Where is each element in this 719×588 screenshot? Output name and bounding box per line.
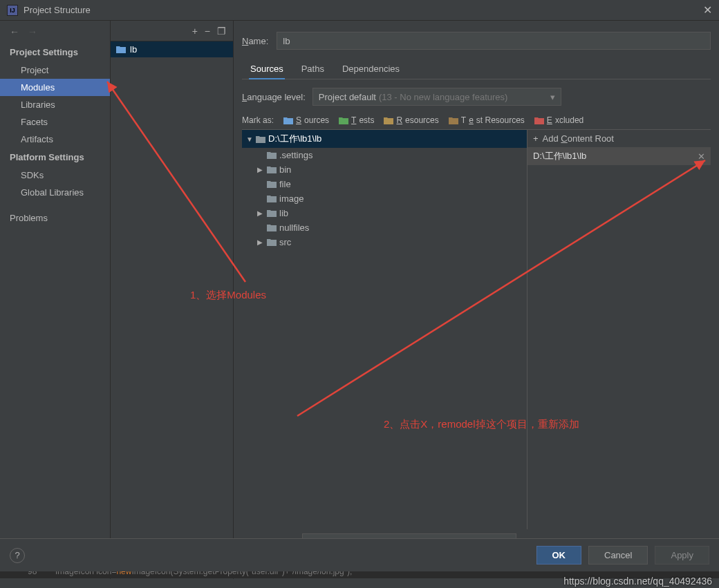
- tab-sources[interactable]: Sources: [249, 59, 285, 79]
- module-toolbar: + − ❐: [111, 21, 233, 41]
- tree-item-label: bin: [279, 164, 291, 175]
- tree-item-label: file: [279, 179, 291, 189]
- folder-excluded-icon: [534, 117, 544, 124]
- titlebar: IJ Project Structure ✕: [0, 0, 719, 21]
- nav-forward-icon: →: [28, 26, 37, 37]
- watermark: https://blog.csdn.net/qq_40492436: [563, 576, 712, 587]
- content-roots-panel: + Add Content Root D:\工作\lb1\lb ✕: [527, 130, 711, 529]
- ok-button[interactable]: OK: [536, 546, 582, 565]
- folder-green-icon: [339, 117, 348, 124]
- mark-as-row: Mark as: Sources Tests Resources Test Re…: [242, 114, 711, 129]
- copy-module-icon[interactable]: ❐: [217, 26, 226, 37]
- tab-paths[interactable]: Paths: [300, 59, 326, 79]
- main-panel: Name: Sources Paths Dependencies Languag…: [234, 21, 719, 579]
- tree-root-label: D:\工作\lb1\lb: [268, 133, 321, 145]
- tree-expand-icon[interactable]: ▶: [257, 166, 264, 173]
- sidebar-item-global-libs[interactable]: Global Libraries: [0, 184, 110, 201]
- tree-item-label: src: [279, 237, 291, 247]
- folder-icon: [267, 180, 277, 188]
- folder-icon: [267, 195, 277, 202]
- mark-excluded[interactable]: Excluded: [534, 115, 583, 125]
- window-title: Project Structure: [24, 5, 91, 15]
- sidebar-section-project: Project Settings: [0, 43, 110, 61]
- sidebar: ← → Project Settings Project Modules Lib…: [0, 21, 111, 579]
- tree-item[interactable]: ▶bin: [242, 162, 527, 177]
- dialog-footer: ? OK Cancel Apply: [0, 538, 719, 571]
- folder-icon: [256, 135, 265, 143]
- tab-dependencies[interactable]: Dependencies: [341, 59, 401, 79]
- folder-icon: [267, 209, 277, 217]
- sidebar-item-facets[interactable]: Facets: [0, 113, 110, 131]
- cancel-button[interactable]: Cancel: [588, 546, 648, 565]
- tree-item-label: nullfiles: [279, 222, 309, 233]
- module-item-lb[interactable]: lb: [111, 41, 233, 57]
- mark-tests[interactable]: Tests: [339, 115, 374, 125]
- name-label: Name:: [242, 36, 268, 46]
- tree-expand-icon[interactable]: ▶: [257, 238, 264, 246]
- tree-item[interactable]: ▶nullfiles: [242, 220, 527, 235]
- folder-icon: [267, 238, 277, 246]
- sidebar-section-platform: Platform Settings: [0, 148, 110, 167]
- language-level-select[interactable]: Project default (13 - No new language fe…: [312, 88, 561, 106]
- annotation-1: 1、选择Modules: [190, 289, 266, 302]
- tree-item[interactable]: ▶image: [242, 191, 527, 206]
- annotation-2: 2、点击X，remodel掉这个项目，重新添加: [384, 418, 579, 431]
- sidebar-item-libraries[interactable]: Libraries: [0, 96, 110, 113]
- nav-back-icon[interactable]: ←: [10, 26, 19, 37]
- tree-expand-icon[interactable]: ▶: [257, 209, 264, 217]
- mark-resources[interactable]: Resources: [384, 115, 438, 125]
- sidebar-item-project[interactable]: Project: [0, 61, 110, 79]
- module-item-label: lb: [130, 44, 137, 55]
- remove-module-icon[interactable]: −: [205, 26, 210, 37]
- close-icon[interactable]: ✕: [703, 3, 712, 17]
- language-level-label: Language level:: [242, 92, 306, 102]
- name-input[interactable]: [277, 32, 711, 50]
- module-tabs: Sources Paths Dependencies: [242, 59, 711, 79]
- tree-collapse-icon[interactable]: ▼: [246, 135, 253, 143]
- tree-root[interactable]: ▼ D:\工作\lb1\lb: [242, 130, 527, 148]
- remove-content-root-icon[interactable]: ✕: [698, 151, 705, 162]
- folder-icon: [267, 151, 277, 159]
- app-logo-icon: IJ: [7, 5, 18, 16]
- folder-blue-icon: [283, 117, 293, 124]
- tree-item-label: image: [279, 193, 304, 204]
- mark-test-resources[interactable]: Test Resources: [449, 115, 525, 125]
- sidebar-item-artifacts[interactable]: Artifacts: [0, 131, 110, 148]
- tree-item-label: .settings: [279, 150, 312, 160]
- sidebar-item-problems[interactable]: Problems: [0, 209, 110, 227]
- folder-icon: [267, 224, 277, 231]
- tree-item[interactable]: ▶lib: [242, 206, 527, 220]
- language-level-value: Project default: [319, 92, 376, 102]
- tree-item[interactable]: ▶src: [242, 235, 527, 249]
- add-content-root-button[interactable]: + Add Content Root: [527, 130, 711, 147]
- folder-res-icon: [384, 117, 393, 124]
- tree-item[interactable]: ▶file: [242, 177, 527, 191]
- module-folder-icon: [116, 46, 126, 53]
- folder-icon: [267, 166, 277, 173]
- dropdown-caret-icon: ▾: [550, 92, 555, 102]
- mark-sources[interactable]: Sources: [283, 115, 329, 125]
- source-tree: ▼ D:\工作\lb1\lb ▶.settings▶bin▶file▶image…: [242, 130, 527, 529]
- add-content-root-label: Add Content Root: [543, 133, 614, 144]
- plus-icon: +: [533, 133, 539, 144]
- tree-item-label: lib: [279, 208, 288, 218]
- add-module-icon[interactable]: +: [192, 26, 198, 37]
- language-level-hint: (13 - No new language features): [379, 92, 507, 102]
- folder-testres-icon: [449, 117, 458, 124]
- content-root-item[interactable]: D:\工作\lb1\lb ✕: [527, 147, 711, 165]
- apply-button: Apply: [655, 546, 709, 565]
- mark-as-label: Mark as:: [242, 115, 274, 125]
- tree-item[interactable]: ▶.settings: [242, 148, 527, 162]
- sidebar-item-sdks[interactable]: SDKs: [0, 167, 110, 184]
- content-root-path: D:\工作\lb1\lb: [533, 150, 586, 162]
- sidebar-item-modules[interactable]: Modules: [0, 79, 110, 96]
- help-button[interactable]: ?: [10, 548, 25, 563]
